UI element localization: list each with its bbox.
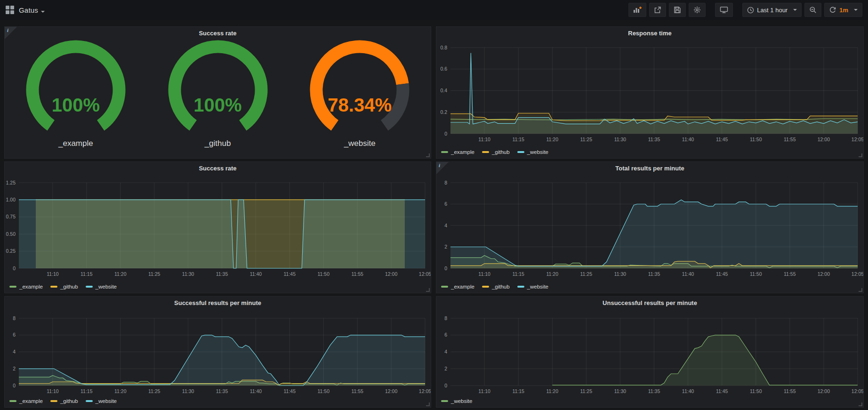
logo-square [10,6,14,9]
panel-resize-handle[interactable] [426,153,430,157]
refresh-interval-label: 1m [839,7,848,14]
legend-label: _example [19,284,43,289]
svg-text:12:05: 12:05 [852,137,863,142]
svg-text:11:45: 11:45 [284,271,296,277]
svg-text:11:55: 11:55 [351,271,363,277]
gauge-value: 78.34% [289,95,431,116]
logo-square [6,10,9,14]
legend-swatch [482,286,489,288]
svg-text:11:40: 11:40 [250,388,262,394]
time-range-label: Last 1 hour [757,7,788,14]
series-fill-_website [19,200,425,268]
panel-unsuccessful-results: Unsuccessful results per minute 0246811:… [436,296,864,408]
svg-text:11:35: 11:35 [216,388,228,394]
legend-swatch [9,286,16,288]
svg-text:8: 8 [13,315,16,321]
cycle-view-mode-button[interactable] [715,3,733,17]
legend-item-_website[interactable]: _website [86,284,117,289]
settings-button[interactable] [689,3,706,17]
total-results-chart[interactable]: 0246811:1011:1511:2011:2511:3011:3511:40… [436,174,863,281]
legend-item-_website[interactable]: _website [517,284,548,289]
svg-text:11:55: 11:55 [351,388,363,394]
chart-svg: 0246811:1011:1511:2011:2511:3011:3511:40… [5,309,431,396]
panel-info-corner-icon[interactable]: i [5,27,17,39]
legend-item-_example[interactable]: _example [441,284,474,289]
gear-icon [693,6,701,14]
svg-text:11:50: 11:50 [750,137,762,142]
legend-item-_website[interactable]: _website [441,398,472,404]
panel-title[interactable]: Successful results per minute [5,297,431,309]
add-panel-button[interactable] [628,3,646,17]
legend-label: _example [451,284,474,289]
gauge-label: _example [5,139,147,148]
gauge-_example[interactable]: 100% _example [5,39,147,158]
panel-title[interactable]: Response time [436,27,863,39]
legend-label: _example [19,398,43,404]
panel-title[interactable]: Total results per minute [436,162,863,174]
legend-swatch [517,286,524,288]
legend-item-_example[interactable]: _example [441,149,474,155]
svg-text:11:55: 11:55 [784,388,796,394]
svg-text:11:40: 11:40 [682,137,694,142]
legend-item-_github[interactable]: _github [50,284,78,289]
save-button[interactable] [669,3,686,17]
chart-svg: 0246811:1011:1511:2011:2511:3011:3511:40… [436,309,863,396]
svg-text:11:50: 11:50 [318,388,330,394]
panel-resize-handle[interactable] [859,288,862,292]
svg-text:0: 0 [444,131,447,137]
svg-text:12:00: 12:00 [385,271,397,277]
panel-title[interactable]: Success rate [5,162,431,174]
svg-text:11:30: 11:30 [614,388,627,394]
legend-item-_example[interactable]: _example [9,398,43,404]
dashboard-title-text: Gatus [19,6,38,14]
gauge-label: _github [147,139,289,148]
svg-text:12:00: 12:00 [818,137,830,142]
svg-text:6: 6 [444,332,447,338]
panel-resize-handle[interactable] [859,153,862,157]
svg-text:11:25: 11:25 [580,137,593,142]
legend-item-_github[interactable]: _github [482,284,510,289]
svg-text:11:25: 11:25 [148,271,161,277]
panel-resize-handle[interactable] [426,402,430,406]
svg-text:12:00: 12:00 [385,388,397,394]
svg-text:11:25: 11:25 [580,271,593,277]
svg-text:12:00: 12:00 [818,388,830,394]
svg-text:11:50: 11:50 [750,388,762,394]
successful-results-chart[interactable]: 0246811:1011:1511:2011:2511:3011:3511:40… [5,309,431,396]
panel-title[interactable]: Unsuccessful results per minute [436,297,863,309]
unsuccessful-results-chart[interactable]: 0246811:1011:1511:2011:2511:3011:3511:40… [436,309,863,396]
svg-text:11:10: 11:10 [478,388,490,394]
legend-item-_example[interactable]: _example [9,284,43,289]
panel-resize-handle[interactable] [859,402,862,406]
zoom-out-icon [809,6,817,14]
svg-text:0.25: 0.25 [6,248,16,254]
svg-text:11:40: 11:40 [250,271,262,277]
svg-text:8: 8 [444,180,447,185]
legend-item-_github[interactable]: _github [50,398,78,404]
grafana-logo-grid-icon[interactable] [6,6,14,14]
legend-item-_website[interactable]: _website [86,398,117,404]
chart-legend: _example _github _website [9,282,117,291]
svg-text:11:20: 11:20 [547,271,559,277]
zoom-out-button[interactable] [804,3,821,17]
response-time-chart[interactable]: 00.20.40.60.811:1011:1511:2011:2511:3011… [436,39,863,147]
success-rate-chart[interactable]: 00.250.500.751.001.2511:1011:1511:2011:2… [5,174,431,281]
legend-item-_github[interactable]: _github [482,149,510,155]
time-range-picker[interactable]: Last 1 hour [742,3,802,17]
share-button[interactable] [649,3,666,17]
refresh-picker[interactable]: 1m [824,3,862,17]
svg-text:11:40: 11:40 [682,388,694,394]
dashboard-title[interactable]: Gatus [19,6,45,14]
gauge-_website[interactable]: 78.34% _website [289,39,431,158]
legend-swatch [50,286,57,288]
svg-text:11:45: 11:45 [284,388,296,394]
chart-svg: 00.20.40.60.811:1011:1511:2011:2511:3011… [436,39,863,147]
gauge-_github[interactable]: 100% _github [147,39,289,158]
svg-text:11:35: 11:35 [216,271,228,277]
panel-title[interactable]: Success rate [5,27,431,39]
legend-swatch [9,400,16,402]
panel-info-corner-icon[interactable]: i [436,162,449,174]
panel-resize-handle[interactable] [426,288,430,292]
panel-success-rate-gauges: i Success rate 100% _example 100% _githu… [4,26,431,159]
legend-item-_website[interactable]: _website [517,149,548,155]
